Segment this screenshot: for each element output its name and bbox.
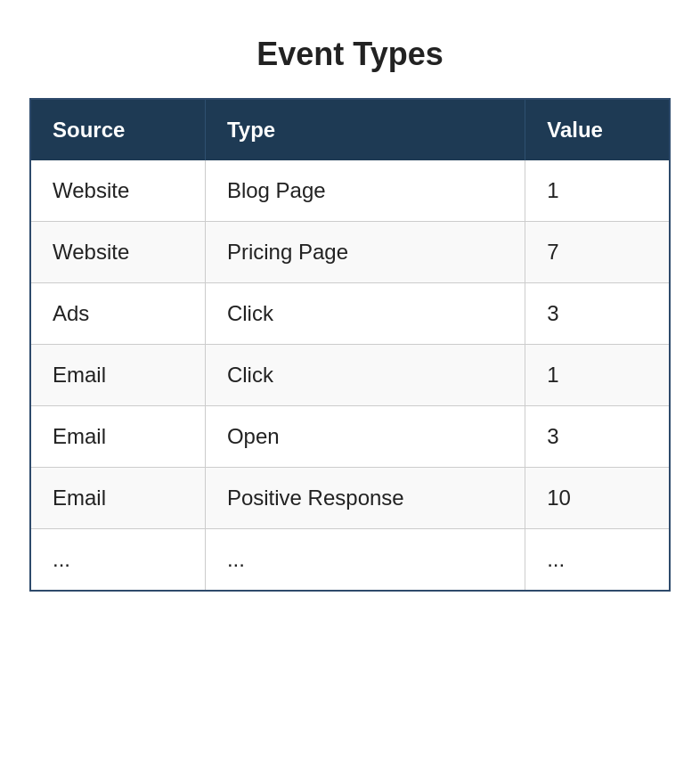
cell-source: Email	[31, 406, 205, 468]
table-body: WebsiteBlog Page1WebsitePricing Page7Ads…	[31, 160, 669, 590]
cell-type: Click	[205, 345, 525, 406]
page-wrapper: Event Types Source Type Value WebsiteBlo…	[18, 36, 682, 592]
table-row: WebsitePricing Page7	[31, 222, 669, 283]
table-row: EmailOpen3	[31, 406, 669, 468]
cell-value: 1	[525, 345, 669, 406]
event-types-table: Source Type Value WebsiteBlog Page1Websi…	[31, 100, 669, 590]
cell-source: Ads	[31, 283, 205, 345]
table-row: .........	[31, 529, 669, 591]
cell-value: 1	[525, 160, 669, 222]
cell-source: ...	[31, 529, 205, 591]
cell-source: Email	[31, 345, 205, 406]
col-header-value: Value	[525, 100, 669, 160]
table-row: AdsClick3	[31, 283, 669, 345]
cell-source: Website	[31, 222, 205, 283]
cell-source: Website	[31, 160, 205, 222]
cell-value: ...	[525, 529, 669, 591]
cell-type: Positive Response	[205, 468, 525, 529]
table-header: Source Type Value	[31, 100, 669, 160]
cell-value: 10	[525, 468, 669, 529]
table-row: EmailClick1	[31, 345, 669, 406]
table-row: EmailPositive Response10	[31, 468, 669, 529]
col-header-source: Source	[31, 100, 205, 160]
cell-type: ...	[205, 529, 525, 591]
page-title: Event Types	[256, 36, 443, 73]
cell-value: 3	[525, 283, 669, 345]
cell-type: Blog Page	[205, 160, 525, 222]
header-row: Source Type Value	[31, 100, 669, 160]
cell-source: Email	[31, 468, 205, 529]
cell-type: Open	[205, 406, 525, 468]
table-container: Source Type Value WebsiteBlog Page1Websi…	[29, 98, 671, 592]
cell-type: Pricing Page	[205, 222, 525, 283]
cell-type: Click	[205, 283, 525, 345]
cell-value: 7	[525, 222, 669, 283]
table-row: WebsiteBlog Page1	[31, 160, 669, 222]
cell-value: 3	[525, 406, 669, 468]
col-header-type: Type	[205, 100, 525, 160]
